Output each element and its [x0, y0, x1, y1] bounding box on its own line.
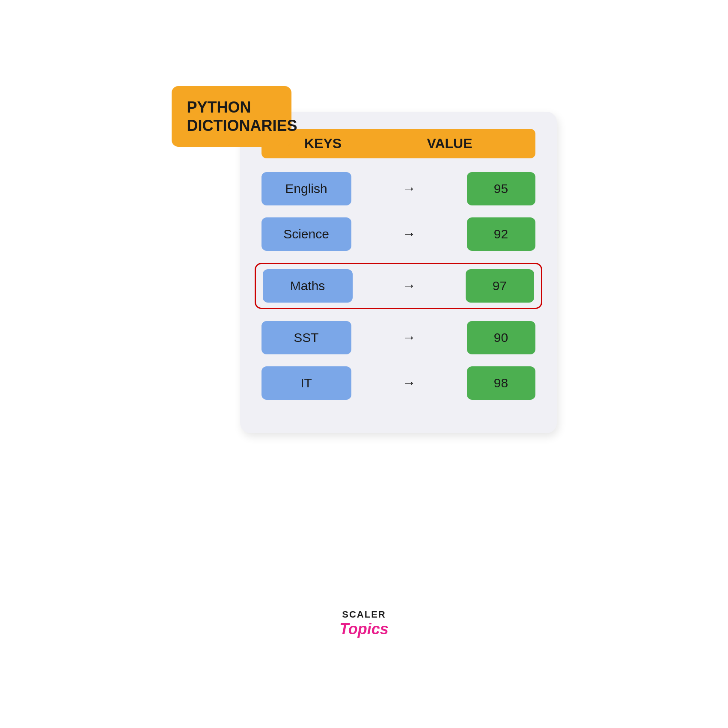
branding-topics: Topics [339, 620, 389, 638]
value-science: 92 [467, 217, 535, 251]
key-maths: Maths [263, 269, 353, 303]
dict-row-sst: SST → 90 [261, 321, 535, 354]
value-it: 98 [467, 366, 535, 400]
title-text: PYTHON DICTIONARIES [187, 98, 276, 135]
key-sst: SST [261, 321, 351, 354]
dict-row-it: IT → 98 [261, 366, 535, 400]
value-sst: 90 [467, 321, 535, 354]
arrow-english: → [362, 181, 457, 196]
dict-row-science: Science → 92 [261, 217, 535, 251]
branding: SCALER Topics [339, 609, 389, 638]
branding-scaler: SCALER [339, 609, 389, 620]
value-maths: 97 [466, 269, 534, 303]
arrow-sst: → [362, 330, 457, 345]
main-container: PYTHON DICTIONARIES KEYS VALUE English →… [172, 86, 557, 642]
arrow-science: → [362, 226, 457, 242]
dict-row-english: English → 95 [261, 172, 535, 205]
key-english: English [261, 172, 351, 205]
key-science: Science [261, 217, 351, 251]
key-it: IT [261, 366, 351, 400]
header-value-label: VALUE [374, 136, 525, 152]
value-english: 95 [467, 172, 535, 205]
dict-row-maths: Maths → 97 [255, 263, 542, 309]
arrow-it: → [362, 375, 457, 391]
dictionary-card: KEYS VALUE English → 95 Science → 92 Mat… [240, 112, 557, 433]
table-header: KEYS VALUE [261, 129, 535, 158]
title-badge: PYTHON DICTIONARIES [172, 86, 291, 147]
arrow-maths: → [363, 278, 455, 294]
